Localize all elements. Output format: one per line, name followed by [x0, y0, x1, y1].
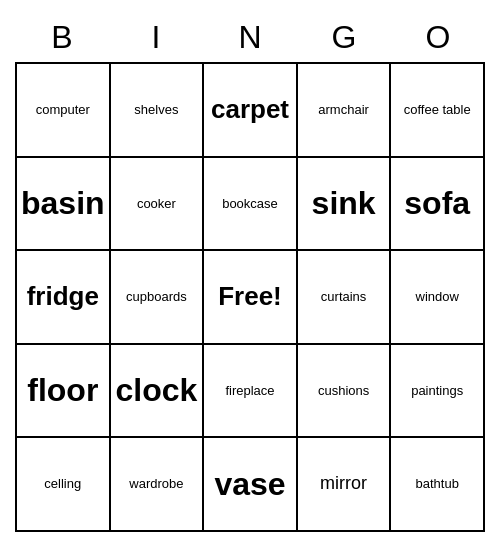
- bingo-cell-r3-c2: fireplace: [204, 345, 298, 439]
- bingo-cell-r2-c2: Free!: [204, 251, 298, 345]
- cell-text-r3-c3: cushions: [318, 383, 369, 399]
- bingo-cell-r1-c4: sofa: [391, 158, 485, 252]
- cell-text-r2-c4: window: [416, 289, 459, 305]
- header-letter-G: G: [297, 12, 391, 62]
- bingo-cell-r3-c1: clock: [111, 345, 205, 439]
- bingo-cell-r2-c0: fridge: [17, 251, 111, 345]
- header-letter-I: I: [109, 12, 203, 62]
- cell-text-r4-c4: bathtub: [416, 476, 459, 492]
- cell-text-r2-c1: cupboards: [126, 289, 187, 305]
- cell-text-r1-c1: cooker: [137, 196, 176, 212]
- cell-text-r0-c4: coffee table: [404, 102, 471, 118]
- cell-text-r1-c3: sink: [312, 184, 376, 222]
- cell-text-r2-c2: Free!: [218, 281, 282, 312]
- header-letter-B: B: [15, 12, 109, 62]
- cell-text-r4-c1: wardrobe: [129, 476, 183, 492]
- cell-text-r2-c0: fridge: [27, 281, 99, 312]
- cell-text-r2-c3: curtains: [321, 289, 367, 305]
- cell-text-r3-c0: floor: [27, 371, 98, 409]
- bingo-cell-r0-c1: shelves: [111, 64, 205, 158]
- bingo-cell-r4-c2: vase: [204, 438, 298, 532]
- bingo-cell-r0-c4: coffee table: [391, 64, 485, 158]
- bingo-cell-r1-c1: cooker: [111, 158, 205, 252]
- bingo-cell-r0-c2: carpet: [204, 64, 298, 158]
- cell-text-r0-c3: armchair: [318, 102, 369, 118]
- bingo-cell-r4-c3: mirror: [298, 438, 392, 532]
- bingo-cell-r1-c3: sink: [298, 158, 392, 252]
- bingo-card: BINGO computershelvescarpetarmchaircoffe…: [15, 12, 485, 532]
- bingo-cell-r0-c3: armchair: [298, 64, 392, 158]
- cell-text-r3-c2: fireplace: [225, 383, 274, 399]
- header-letter-N: N: [203, 12, 297, 62]
- bingo-cell-r1-c2: bookcase: [204, 158, 298, 252]
- bingo-cell-r3-c3: cushions: [298, 345, 392, 439]
- bingo-cell-r2-c3: curtains: [298, 251, 392, 345]
- cell-text-r0-c1: shelves: [134, 102, 178, 118]
- bingo-cell-r2-c4: window: [391, 251, 485, 345]
- bingo-cell-r2-c1: cupboards: [111, 251, 205, 345]
- cell-text-r3-c4: paintings: [411, 383, 463, 399]
- bingo-header: BINGO: [15, 12, 485, 62]
- cell-text-r0-c0: computer: [36, 102, 90, 118]
- cell-text-r3-c1: clock: [115, 371, 197, 409]
- cell-text-r0-c2: carpet: [211, 94, 289, 125]
- bingo-cell-r3-c0: floor: [17, 345, 111, 439]
- header-letter-O: O: [391, 12, 485, 62]
- bingo-cell-r4-c0: celling: [17, 438, 111, 532]
- bingo-cell-r4-c4: bathtub: [391, 438, 485, 532]
- cell-text-r4-c0: celling: [44, 476, 81, 492]
- cell-text-r1-c4: sofa: [404, 184, 470, 222]
- cell-text-r4-c2: vase: [214, 465, 285, 503]
- bingo-cell-r0-c0: computer: [17, 64, 111, 158]
- cell-text-r4-c3: mirror: [320, 473, 367, 495]
- cell-text-r1-c2: bookcase: [222, 196, 278, 212]
- cell-text-r1-c0: basin: [21, 184, 105, 222]
- bingo-cell-r4-c1: wardrobe: [111, 438, 205, 532]
- bingo-grid: computershelvescarpetarmchaircoffee tabl…: [15, 62, 485, 532]
- bingo-cell-r1-c0: basin: [17, 158, 111, 252]
- bingo-cell-r3-c4: paintings: [391, 345, 485, 439]
